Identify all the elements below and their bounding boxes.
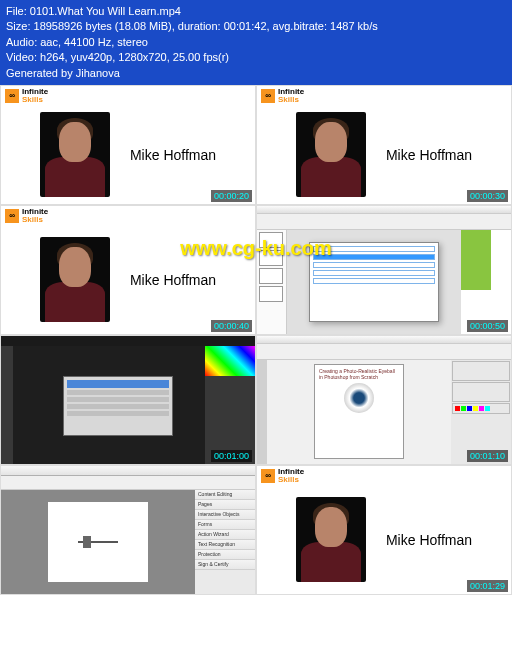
page-view[interactable] — [1, 490, 195, 594]
presenter-portrait — [40, 112, 110, 197]
eyeball-image — [344, 383, 374, 413]
tools-item[interactable]: Sign & Certify — [195, 560, 255, 570]
powerpoint-window — [257, 206, 511, 334]
logo-bar: ∞ InfiniteSkills — [257, 466, 511, 486]
layers-panel[interactable] — [452, 382, 510, 402]
indesign-window: Creating a Photo-Realistic Eyeball in Ph… — [257, 336, 511, 464]
tools-item[interactable]: Protection — [195, 550, 255, 560]
thumbnail-1: ∞ InfiniteSkills Mike Hoffman 00:00:20 — [0, 85, 256, 205]
tools-item[interactable]: Content Editing — [195, 490, 255, 500]
presenter-name: Mike Hoffman — [130, 272, 216, 288]
audio-line: Audio: aac, 44100 Hz, stereo — [6, 35, 506, 50]
logo-icon: ∞ — [261, 469, 275, 483]
presenter-name: Mike Hoffman — [386, 532, 472, 548]
dialog-row[interactable] — [67, 404, 169, 409]
tools-item[interactable]: Pages — [195, 500, 255, 510]
presenter-name: Mike Hoffman — [130, 147, 216, 163]
timestamp: 00:01:00 — [211, 450, 252, 462]
canvas[interactable] — [13, 346, 205, 464]
thumbnail-6: Creating a Photo-Realistic Eyeball in Ph… — [256, 335, 512, 465]
links-panel[interactable] — [452, 403, 510, 414]
dialog-header — [67, 380, 169, 388]
menubar — [1, 336, 255, 346]
dialog-field[interactable] — [313, 270, 435, 276]
tools-item[interactable]: Action Wizard — [195, 530, 255, 540]
caliper-image — [78, 536, 118, 548]
save-dialog[interactable] — [63, 376, 173, 436]
dialog-field-selected[interactable] — [313, 254, 435, 260]
tools-item[interactable]: Forms — [195, 520, 255, 530]
thumbnail-5: 00:01:00 — [0, 335, 256, 465]
slide-thumbnails[interactable] — [257, 230, 287, 334]
swatch[interactable] — [485, 406, 490, 411]
file-line: File: 0101.What You Will Learn.mp4 — [6, 4, 506, 19]
video-line: Video: h264, yuv420p, 1280x720, 25.00 fp… — [6, 50, 506, 65]
swatches-panel[interactable] — [205, 346, 255, 376]
swatch[interactable] — [467, 406, 472, 411]
dialog-field[interactable] — [313, 246, 435, 252]
pdf-page — [48, 502, 148, 582]
timestamp: 00:01:29 — [467, 580, 508, 592]
dialog-field[interactable] — [313, 262, 435, 268]
slide-thumb[interactable] — [259, 268, 283, 284]
infiniteskills-logo: ∞ InfiniteSkills — [261, 88, 304, 104]
logo-icon: ∞ — [5, 209, 19, 223]
timestamp: 00:00:20 — [211, 190, 252, 202]
swatch[interactable] — [473, 406, 478, 411]
tools-panel[interactable] — [1, 346, 13, 464]
intro-slide: Mike Hoffman — [257, 486, 511, 594]
thumbnail-grid: ∞ InfiniteSkills Mike Hoffman 00:00:20 ∞… — [0, 85, 512, 595]
titlebar — [1, 466, 255, 476]
toolbar — [1, 476, 255, 490]
logo-bar: ∞ InfiniteSkills — [1, 86, 255, 106]
presenter-portrait — [40, 237, 110, 322]
slide-preview — [461, 230, 511, 290]
titlebar — [257, 206, 511, 214]
swatch[interactable] — [479, 406, 484, 411]
thumbnail-2: ∞ InfiniteSkills Mike Hoffman 00:00:30 — [256, 85, 512, 205]
timestamp: 00:01:10 — [467, 450, 508, 462]
ribbon — [257, 214, 511, 230]
timestamp: 00:00:30 — [467, 190, 508, 202]
tools-item[interactable]: Text Recognition — [195, 540, 255, 550]
titlebar — [257, 336, 511, 344]
tools-item[interactable]: Interactive Objects — [195, 510, 255, 520]
dialog-row[interactable] — [67, 397, 169, 402]
media-info-header: File: 0101.What You Will Learn.mp4 Size:… — [0, 0, 512, 85]
tools-pane[interactable]: Content Editing Pages Interactive Object… — [195, 490, 255, 594]
pages-panel[interactable] — [452, 361, 510, 381]
acrobat-window: Content Editing Pages Interactive Object… — [1, 466, 255, 594]
infiniteskills-logo: ∞ InfiniteSkills — [261, 468, 304, 484]
photoshop-window — [1, 336, 255, 464]
tools-panel[interactable] — [257, 360, 267, 464]
page-title-text: Creating a Photo-Realistic Eyeball in Ph… — [319, 369, 399, 380]
presenter-name: Mike Hoffman — [386, 147, 472, 163]
slide-thumb[interactable] — [259, 232, 283, 248]
swatch[interactable] — [455, 406, 460, 411]
presenter-portrait — [296, 112, 366, 197]
presenter-portrait — [296, 497, 366, 582]
dialog-field[interactable] — [313, 278, 435, 284]
slide-thumb[interactable] — [259, 286, 283, 302]
panels-right[interactable] — [205, 346, 255, 464]
dialog-row[interactable] — [67, 411, 169, 416]
infiniteskills-logo: ∞ InfiniteSkills — [5, 208, 48, 224]
swatch[interactable] — [461, 406, 466, 411]
logo-icon: ∞ — [5, 89, 19, 103]
dialog-row[interactable] — [67, 390, 169, 395]
timestamp: 00:00:50 — [467, 320, 508, 332]
thumbnail-4: 00:00:50 — [256, 205, 512, 335]
panels-right[interactable] — [451, 360, 511, 464]
infiniteskills-logo: ∞ InfiniteSkills — [5, 88, 48, 104]
canvas[interactable]: Creating a Photo-Realistic Eyeball in Ph… — [267, 360, 451, 464]
logo-bar: ∞ InfiniteSkills — [257, 86, 511, 106]
generated-line: Generated by Jihanova — [6, 66, 506, 81]
slide-preview-pane — [461, 230, 511, 334]
slide-thumb[interactable] — [259, 250, 283, 266]
logo-icon: ∞ — [261, 89, 275, 103]
thumbnail-3: ∞ InfiniteSkills Mike Hoffman 00:00:40 — [0, 205, 256, 335]
options-dialog[interactable] — [309, 242, 439, 322]
thumbnail-7: Content Editing Pages Interactive Object… — [0, 465, 256, 595]
thumbnail-8: ∞ InfiniteSkills Mike Hoffman 00:01:29 — [256, 465, 512, 595]
slide-editor — [287, 230, 461, 334]
